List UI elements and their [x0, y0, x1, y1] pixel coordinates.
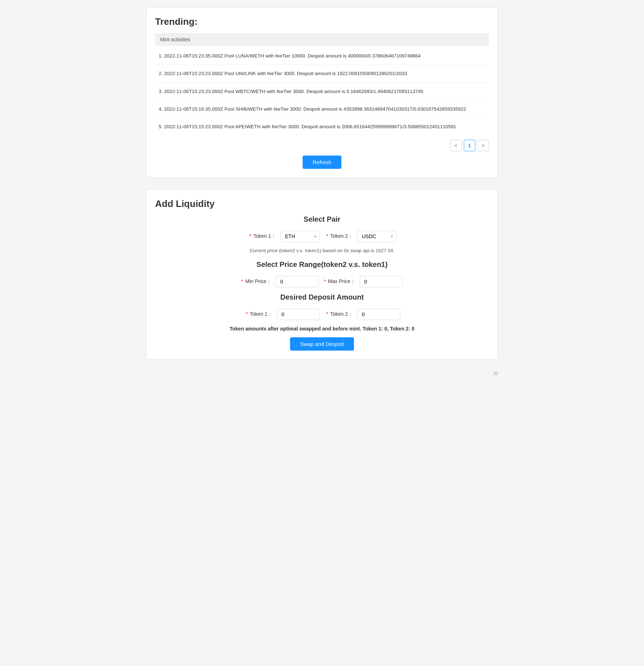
add-liquidity-card: Add Liquidity Select Pair * Token 1： ETH…: [146, 189, 498, 360]
pagination-next-button[interactable]: >: [477, 140, 489, 151]
deposit-token2-input[interactable]: [357, 309, 400, 320]
list-item: 3. 2022-11-06T15:23:23.000Z Pool WBTC/WE…: [155, 83, 489, 101]
pagination-prev-button[interactable]: <: [450, 140, 462, 151]
list-item: 2. 2022-11-06T15:23:23.000Z Pool UNI/LIN…: [155, 65, 489, 83]
deposit-amount-row: * Token 1： * Token 2：: [155, 309, 489, 320]
swap-btn-container: Swap and Despoit: [155, 337, 489, 351]
trending-card: Trending: Mint activities 1. 2022-11-06T…: [146, 7, 498, 178]
page-number: 20: [493, 371, 498, 376]
deposit-token1-label: * Token 1：: [244, 311, 272, 318]
token1-required-star: *: [249, 233, 251, 239]
swap-and-deposit-button[interactable]: Swap and Despoit: [290, 337, 354, 351]
token1-select-wrapper: ETHWBTCUNILINKSHIBAPELUNA ▾: [280, 231, 320, 242]
select-pair-title: Select Pair: [155, 215, 489, 223]
min-price-required-star: *: [241, 278, 243, 284]
pagination: < 1 >: [155, 140, 489, 151]
deposit-amount-title: Desired Deposit Amount: [155, 293, 489, 301]
deposit-token2-label: * Token 2：: [324, 311, 353, 318]
token-pair-row: * Token 1： ETHWBTCUNILINKSHIBAPELUNA ▾ *…: [155, 231, 489, 242]
price-range-title: Select Price Range(token2 v.s. token1): [155, 260, 489, 269]
deposit-token1-required-star: *: [246, 311, 248, 317]
token1-select[interactable]: ETHWBTCUNILINKSHIBAPELUNA: [280, 231, 320, 242]
list-item: 5. 2022-11-06T15:15:23.000Z Pool APE/WET…: [155, 118, 489, 135]
list-item: 4. 2022-11-06T15:16:35.000Z Pool SHIB/WE…: [155, 101, 489, 118]
add-liquidity-title: Add Liquidity: [155, 198, 489, 209]
pagination-page-1-button[interactable]: 1: [464, 140, 475, 151]
max-price-required-star: *: [324, 278, 326, 284]
token2-label: * Token 2：: [324, 233, 353, 240]
trending-title: Trending:: [155, 16, 489, 27]
max-price-input[interactable]: [360, 276, 403, 287]
current-price-text: Current price (token2 v.s. token1) based…: [155, 248, 489, 253]
token1-label: * Token 1：: [247, 233, 276, 240]
token2-select-wrapper: USDCWETHDAIUSDT ▾: [357, 231, 397, 242]
token2-required-star: *: [326, 233, 328, 239]
activity-list: 1. 2022-11-06T15:23:35.000Z Pool LUNA/WE…: [155, 47, 489, 135]
token-amounts-text: Token amounts after optimal swapped and …: [155, 326, 489, 332]
page-footer: 20: [146, 371, 498, 376]
min-price-label: * Min Price：: [241, 278, 271, 285]
min-price-input[interactable]: [276, 276, 319, 287]
max-price-label: * Max Price：: [323, 278, 355, 285]
price-range-row: * Min Price： * Max Price：: [155, 276, 489, 287]
mint-activities-header: Mint activities: [155, 33, 489, 46]
deposit-token2-required-star: *: [326, 311, 328, 317]
refresh-container: Refresh: [155, 156, 489, 169]
deposit-token1-input[interactable]: [277, 309, 320, 320]
refresh-button[interactable]: Refresh: [303, 156, 342, 169]
token2-select[interactable]: USDCWETHDAIUSDT: [357, 231, 397, 242]
list-item: 1. 2022-11-06T15:23:35.000Z Pool LUNA/WE…: [155, 47, 489, 65]
